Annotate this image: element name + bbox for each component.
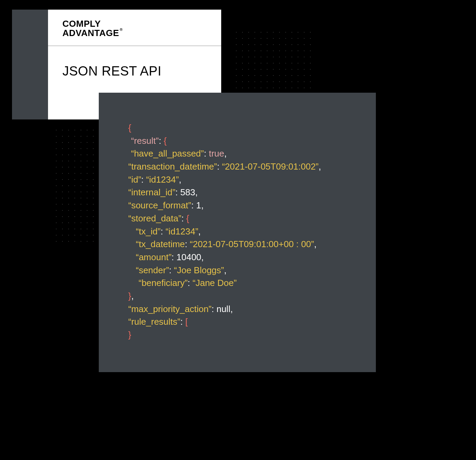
code-line-rule-results: “rule_results”: [ xyxy=(128,315,366,329)
code-line-max-priority-action: “max_priority_action”: null, xyxy=(128,303,366,316)
code-line-sender: “sender”: “Joe Bloggs”, xyxy=(128,264,366,277)
registered-mark: ® xyxy=(120,28,123,32)
code-line-tx-datetime: “tx_datetime: “2021-07-05T09:01:00+00 : … xyxy=(128,238,366,251)
code-line-tx-id: “tx_id”: “id1234”, xyxy=(128,225,366,238)
code-line-transaction-datetime: “transaction_datetime”: “2021-07-05T09:0… xyxy=(128,160,366,173)
code-line-source-format: “source_format”: 1, xyxy=(128,199,366,212)
api-title: JSON REST API xyxy=(48,46,221,79)
code-line-final-brace: } xyxy=(128,329,366,342)
brand-line-2: ADVANTAGE® xyxy=(62,28,119,38)
code-line-amount: “amount”: 10400, xyxy=(128,251,366,264)
code-line-stored-data: “stored_data”: { xyxy=(128,212,366,225)
code-line-result: “result”: { xyxy=(128,135,366,148)
brand-block: COMPLY ADVANTAGE® xyxy=(48,10,221,46)
code-line-close-stored: }, xyxy=(128,290,366,303)
brand-line-1: COMPLY xyxy=(62,19,101,28)
code-line-open: { xyxy=(128,122,366,135)
code-line-internal-id: “internal_id”: 583, xyxy=(128,186,366,199)
header-sidebar-accent xyxy=(12,10,48,119)
code-line-beneficiary: “beneficiary”: “Jane Doe” xyxy=(128,277,366,290)
code-line-have-all-passed: “have_all_passed”: true, xyxy=(128,147,366,160)
code-snippet-card: { “result”: { “have_all_passed”: true, “… xyxy=(99,93,376,372)
code-line-id: “id”: “id1234”, xyxy=(128,173,366,186)
